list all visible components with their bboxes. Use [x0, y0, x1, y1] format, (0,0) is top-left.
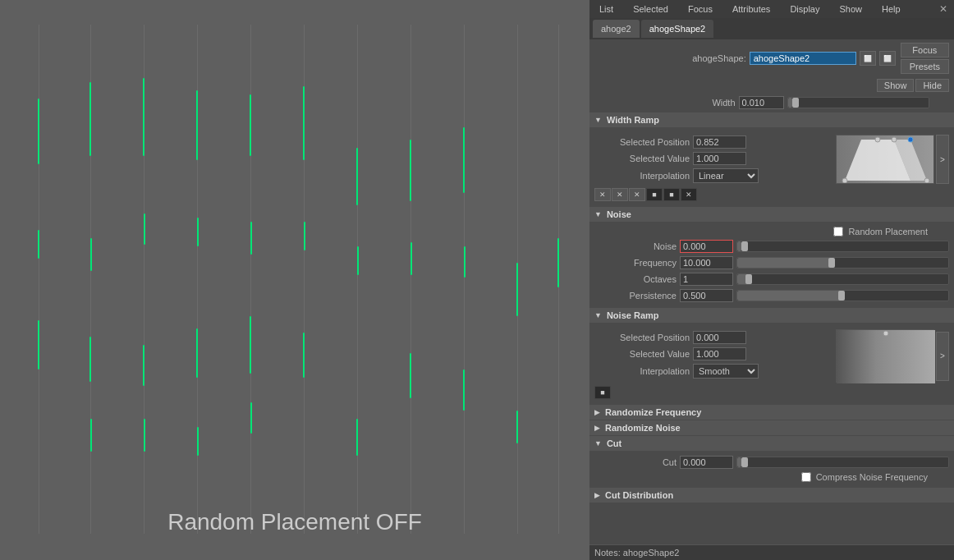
compress-checkbox[interactable] [801, 472, 811, 482]
nr-sel-val-label: Selected Value [599, 349, 690, 359]
cut-title: Cut [607, 438, 621, 448]
sel-pos-input[interactable] [693, 135, 746, 149]
cut-body: Cut Compress Noise Frequency [589, 451, 954, 487]
menu-help[interactable]: Help [878, 2, 904, 16]
width-ramp-preview[interactable] [836, 135, 934, 184]
svg-point-8 [924, 178, 929, 183]
ramp-tb-btn-1[interactable]: ✕ [594, 188, 611, 201]
noise-input[interactable] [680, 240, 733, 253]
nr-tb-btn-1[interactable]: ■ [594, 386, 611, 399]
cut-header[interactable]: Cut [589, 436, 954, 451]
tab-bar: ahoge2 ahogeShape2 [589, 18, 954, 39]
shape-name-input[interactable] [750, 52, 856, 65]
width-ramp-arrow [594, 116, 602, 124]
interp-label: Interpolation [599, 171, 690, 181]
width-ramp-preview-container: > [836, 134, 949, 185]
width-ramp-interp-row: Interpolation Linear Smooth Spline Step [594, 167, 832, 185]
nr-interp-select[interactable]: Linear Smooth Spline Step [693, 364, 759, 379]
menu-show[interactable]: Show [836, 2, 865, 16]
compress-row: Compress Noise Frequency [589, 470, 954, 484]
octaves-input[interactable] [680, 273, 733, 286]
random-placement-checkbox[interactable] [833, 227, 843, 236]
width-label: Width [594, 98, 736, 108]
menu-display[interactable]: Display [787, 2, 823, 16]
ramp-tb-btn-5[interactable]: ■ [663, 188, 680, 201]
noise-slider[interactable] [736, 241, 949, 252]
width-ramp-val-row: Selected Value [594, 150, 832, 167]
noise-ramp-preview[interactable] [836, 329, 934, 383]
icon-btn-1[interactable]: ⬜ [860, 51, 876, 66]
sel-val-label: Selected Value [599, 154, 690, 163]
close-icon[interactable]: ✕ [939, 3, 947, 15]
noise-ramp-header[interactable]: Noise Ramp [589, 308, 954, 323]
cut-arrow [594, 439, 602, 448]
ramp-tb-btn-6[interactable]: ✕ [681, 188, 697, 201]
noise-ramp-preview-container: > [836, 329, 949, 383]
compress-label: Compress Noise Frequency [816, 472, 928, 482]
nr-sel-pos-input[interactable] [693, 331, 746, 344]
cut-label: Cut [594, 457, 677, 467]
nr-sel-val-input[interactable] [693, 347, 746, 360]
width-input[interactable] [739, 96, 784, 109]
frequency-input[interactable] [680, 256, 733, 269]
octaves-slider[interactable] [736, 273, 949, 285]
focus-button[interactable]: Focus [901, 43, 949, 57]
svg-point-6 [892, 137, 897, 142]
cut-slider[interactable] [736, 457, 949, 468]
rn-title: Randomize Noise [605, 423, 681, 433]
random-placement-row: Random Placement [589, 225, 954, 238]
persistence-label: Persistence [594, 291, 677, 301]
frequency-slider[interactable] [736, 257, 949, 269]
frequency-row: Frequency [589, 255, 954, 271]
noise-ramp-title: Noise Ramp [607, 310, 659, 320]
width-bar: Width [589, 94, 954, 112]
octaves-label: Octaves [594, 274, 677, 284]
action-bar: ahogeShape: ⬜ ⬜ Focus Presets [589, 39, 954, 77]
hide-button[interactable]: Hide [915, 79, 949, 92]
ramp-tb-btn-2[interactable]: ✕ [612, 188, 628, 201]
menu-selected[interactable]: Selected [630, 2, 672, 16]
ramp-tb-btn-4[interactable]: ■ [646, 188, 663, 201]
tab-ahoge2[interactable]: ahoge2 [593, 20, 640, 38]
interp-select[interactable]: Linear Smooth Spline Step [693, 168, 759, 183]
menu-list[interactable]: List [596, 2, 617, 16]
canvas-area: Random Placement OFF [0, 0, 589, 560]
width-slider[interactable] [787, 97, 930, 108]
noise-ramp-pos-row: Selected Position [594, 329, 832, 346]
noise-row: Noise [589, 238, 954, 255]
panel-content[interactable]: Width Ramp Selected Position Selected Va… [589, 112, 954, 544]
ramp-arrow-button[interactable]: > [936, 135, 949, 184]
show-button[interactable]: Show [877, 79, 915, 92]
noise-header[interactable]: Noise [589, 207, 954, 222]
menu-focus[interactable]: Focus [685, 2, 716, 16]
shape-label-text: ahogeShape: [692, 53, 745, 63]
randomize-frequency-header[interactable]: Randomize Frequency [589, 405, 954, 420]
sel-val-input[interactable] [693, 152, 746, 165]
menu-attributes[interactable]: Attributes [729, 2, 773, 16]
noise-ramp-arrow [594, 311, 602, 319]
rf-arrow [594, 408, 600, 416]
svg-rect-9 [837, 330, 935, 383]
presets-button[interactable]: Presets [901, 59, 949, 74]
notes-value: ahogeShape2 [623, 548, 680, 558]
cut-distribution-header[interactable]: Cut Distribution [589, 488, 954, 503]
noise-ramp-toolbar: ■ [589, 386, 954, 401]
canvas-label: Random Placement OFF [167, 509, 422, 535]
persistence-slider[interactable] [736, 290, 949, 301]
sel-pos-label: Selected Position [599, 137, 690, 147]
octaves-row: Octaves [589, 271, 954, 287]
svg-point-10 [883, 331, 888, 336]
noise-body: Random Placement Noise Frequency [589, 222, 954, 307]
width-ramp-header[interactable]: Width Ramp [589, 112, 954, 127]
frequency-label: Frequency [594, 258, 677, 268]
icon-btn-2[interactable]: ⬜ [879, 51, 896, 66]
noise-title: Noise [607, 209, 631, 219]
random-placement-label: Random Placement [848, 227, 928, 236]
cut-row: Cut [589, 454, 954, 470]
persistence-input[interactable] [680, 289, 733, 302]
ramp-tb-btn-3[interactable]: ✕ [629, 188, 645, 201]
cut-input[interactable] [680, 456, 733, 469]
tab-ahogeshape2[interactable]: ahogeShape2 [641, 20, 714, 38]
randomize-noise-header[interactable]: Randomize Noise [589, 420, 954, 435]
noise-ramp-arrow-button[interactable]: > [936, 332, 949, 381]
